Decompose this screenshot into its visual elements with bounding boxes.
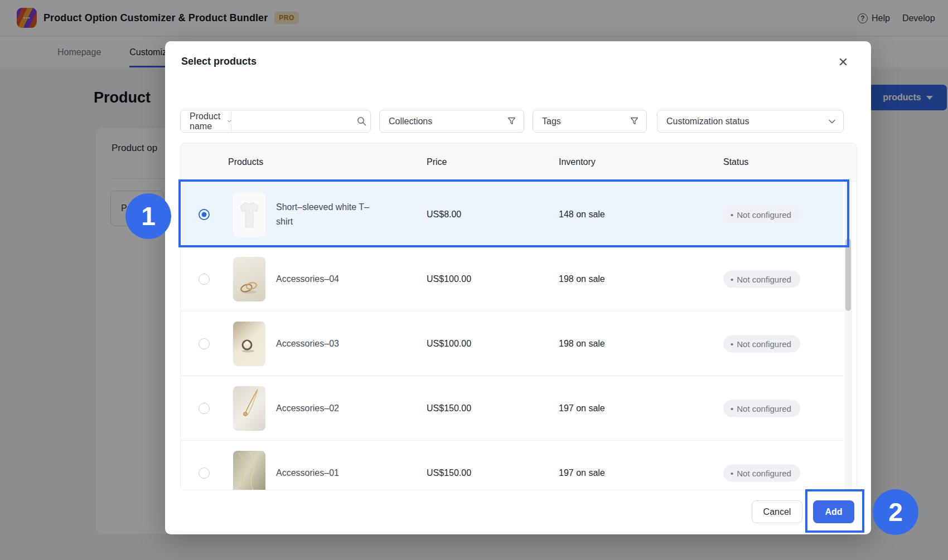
chevron-down-icon — [228, 119, 231, 123]
search-field-selector[interactable]: Product name — [181, 110, 231, 132]
status-badge: Not configured — [723, 464, 800, 481]
product-price: US$150.00 — [427, 403, 471, 413]
annotation-step-2: 2 — [873, 489, 918, 535]
product-price: US$8.00 — [427, 210, 461, 220]
product-name: Short–sleeved white T–shirt — [276, 200, 385, 229]
add-button[interactable]: Add — [813, 500, 854, 523]
status-badge: Not configured — [723, 270, 800, 288]
modal-title: Select products — [181, 56, 257, 67]
column-header-status: Status — [723, 157, 748, 167]
filter-bar: Product name Collections — [165, 110, 871, 133]
radio-button[interactable] — [199, 338, 210, 349]
products-table: Products Price Inventory Status Short–sl… — [180, 143, 857, 490]
search-icon — [357, 116, 374, 126]
product-name: Accessories–01 — [276, 466, 385, 480]
close-icon[interactable]: ✕ — [834, 53, 852, 71]
annotation-step-1: 1 — [125, 193, 171, 239]
product-image-white-tshirt — [233, 192, 265, 237]
funnel-icon — [630, 117, 646, 125]
customization-status-filter[interactable]: Customization status — [657, 110, 844, 133]
product-name: Accessories–02 — [276, 401, 385, 416]
product-price: US$100.00 — [427, 339, 471, 349]
table-row[interactable]: Accessories–01 US$150.00 197 on sale Not… — [181, 440, 843, 490]
column-header-products: Products — [228, 157, 263, 167]
table-row[interactable]: Short–sleeved white T–shirt US$8.00 148 … — [181, 182, 843, 246]
product-image-gold-necklace — [233, 386, 265, 431]
collections-filter[interactable]: Collections — [379, 110, 524, 133]
product-name: Accessories–04 — [276, 272, 385, 286]
product-name: Accessories–03 — [276, 337, 385, 351]
product-image-gold-rings — [233, 257, 265, 301]
status-badge: Not configured — [723, 400, 800, 417]
status-badge: Not configured — [723, 335, 800, 352]
cancel-button[interactable]: Cancel — [752, 500, 802, 523]
product-price: US$150.00 — [427, 468, 471, 478]
column-header-inventory: Inventory — [559, 157, 596, 167]
funnel-icon — [507, 117, 524, 125]
column-header-price: Price — [427, 157, 447, 167]
scrollbar-track[interactable] — [844, 182, 852, 490]
product-price: US$100.00 — [427, 274, 471, 284]
table-row[interactable]: Accessories–02 US$150.00 197 on sale Not… — [181, 376, 843, 440]
radio-button[interactable] — [199, 274, 210, 285]
product-inventory: 198 on sale — [559, 339, 605, 349]
tags-filter[interactable]: Tags — [533, 110, 647, 133]
product-inventory: 197 on sale — [559, 403, 605, 413]
modal-footer: Cancel Add — [165, 490, 871, 534]
search-input[interactable] — [231, 110, 357, 132]
product-inventory: 148 on sale — [559, 210, 605, 220]
radio-button[interactable] — [199, 468, 210, 479]
radio-button[interactable] — [199, 209, 210, 220]
product-inventory: 198 on sale — [559, 274, 605, 284]
radio-button[interactable] — [199, 403, 210, 414]
product-image-gold-ring — [233, 322, 265, 366]
select-products-modal: Select products ✕ Product name C — [165, 41, 871, 534]
product-image-gold-chain — [233, 451, 265, 491]
product-inventory: 197 on sale — [559, 468, 605, 478]
chevron-down-icon — [829, 119, 843, 124]
status-badge: Not configured — [723, 206, 800, 223]
scrollbar-thumb[interactable] — [845, 238, 851, 311]
table-header: Products Price Inventory Status — [181, 143, 857, 182]
table-row[interactable]: Accessories–03 US$100.00 198 on sale Not… — [181, 311, 843, 376]
search-filter: Product name — [180, 110, 371, 133]
table-row[interactable]: Accessories–04 US$100.00 198 on sale Not… — [181, 246, 843, 311]
